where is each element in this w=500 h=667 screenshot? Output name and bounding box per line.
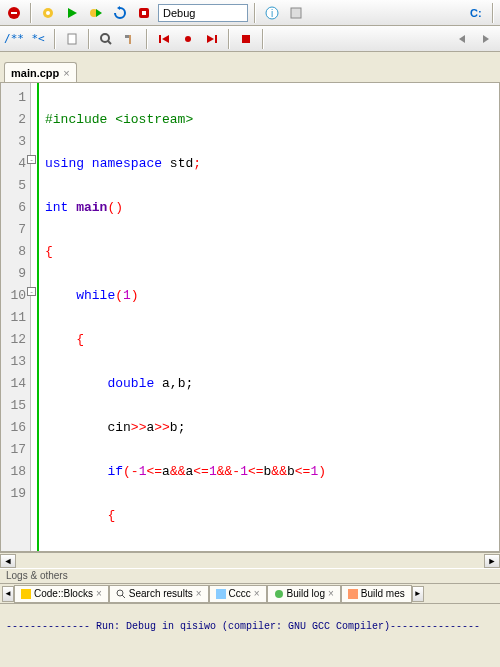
log-tab-buildlog[interactable]: Build log× <box>267 585 341 603</box>
settings-icon[interactable] <box>286 3 306 23</box>
svg-rect-19 <box>159 35 161 43</box>
toolbar-build: Debug i C: <box>0 0 500 26</box>
svg-rect-14 <box>68 34 76 44</box>
build-run-icon[interactable] <box>86 3 106 23</box>
svg-rect-18 <box>129 35 131 44</box>
fold-icon[interactable]: - <box>27 287 36 296</box>
stop-debug-icon[interactable] <box>236 29 256 49</box>
fold-margin: - - <box>31 83 39 551</box>
svg-marker-20 <box>162 35 169 43</box>
line-gutter: 123 456 789 101112 131415 161718 19 <box>1 83 31 551</box>
info-icon[interactable]: i <box>262 3 282 23</box>
log-tab-codeblocks[interactable]: Code::Blocks× <box>14 585 109 603</box>
svg-line-16 <box>108 41 111 44</box>
fold-icon[interactable]: - <box>27 155 36 164</box>
scroll-right-icon[interactable]: ► <box>484 554 500 568</box>
comment-icon[interactable]: /** <box>4 29 24 49</box>
stop-icon[interactable] <box>134 3 154 23</box>
h-scrollbar[interactable]: ◄ ► <box>0 552 500 568</box>
nav-back-icon[interactable] <box>452 29 472 49</box>
log-tab-search[interactable]: Search results× <box>109 585 209 603</box>
logs-tabs: ◄ Code::Blocks× Search results× Cccc× Bu… <box>0 584 500 604</box>
svg-marker-26 <box>483 35 489 43</box>
svg-rect-32 <box>348 589 358 599</box>
svg-rect-12 <box>291 8 301 18</box>
logs-title: Logs & others <box>0 568 500 584</box>
search-icon[interactable] <box>96 29 116 49</box>
svg-point-31 <box>275 590 283 598</box>
svg-rect-30 <box>216 589 226 599</box>
build-target-select[interactable]: Debug <box>158 4 248 22</box>
toolbar-debug: /** *< <box>0 26 500 52</box>
tabs-right-icon[interactable]: ► <box>412 586 424 602</box>
code-editor[interactable]: 123 456 789 101112 131415 161718 19 - - … <box>0 82 500 552</box>
svg-marker-22 <box>207 35 214 43</box>
log-tab-buildmsg[interactable]: Build mes <box>341 585 412 603</box>
doc-icon[interactable] <box>62 29 82 49</box>
svg-point-3 <box>46 11 50 15</box>
svg-marker-25 <box>459 35 465 43</box>
svg-point-15 <box>101 34 109 42</box>
gear-icon[interactable] <box>38 3 58 23</box>
build-log-output: -------------- Run: Debug in qisiwo (com… <box>0 604 500 667</box>
hammer-icon[interactable] <box>120 29 140 49</box>
svg-rect-27 <box>21 589 31 599</box>
nav-fwd-icon[interactable] <box>476 29 496 49</box>
svg-rect-1 <box>11 12 17 14</box>
svg-text:C:: C: <box>470 7 482 19</box>
svg-point-21 <box>185 36 191 42</box>
tabs-left-icon[interactable]: ◄ <box>2 586 14 602</box>
skip-back-icon[interactable] <box>154 29 174 49</box>
svg-rect-24 <box>242 35 250 43</box>
step-icon[interactable] <box>178 29 198 49</box>
svg-text:i: i <box>271 8 273 19</box>
c-icon[interactable]: C: <box>466 3 486 23</box>
svg-marker-7 <box>117 6 120 10</box>
rebuild-icon[interactable] <box>110 3 130 23</box>
scroll-left-icon[interactable]: ◄ <box>0 554 16 568</box>
svg-line-29 <box>122 595 125 598</box>
editor-tab-bar: main.cpp × <box>0 60 500 82</box>
close-icon[interactable]: × <box>63 67 69 79</box>
svg-marker-6 <box>96 9 102 17</box>
skip-fwd-icon[interactable] <box>202 29 222 49</box>
uncomment-icon[interactable]: *< <box>28 29 48 49</box>
tab-main-cpp[interactable]: main.cpp × <box>4 62 77 82</box>
svg-rect-23 <box>215 35 217 43</box>
svg-rect-9 <box>142 11 146 15</box>
tab-label: main.cpp <box>11 67 59 79</box>
svg-marker-4 <box>68 8 77 18</box>
run-icon[interactable] <box>62 3 82 23</box>
abort-icon[interactable] <box>4 3 24 23</box>
code-area[interactable]: #include <iostream> using namespace std;… <box>39 83 499 551</box>
log-tab-cccc[interactable]: Cccc× <box>209 585 267 603</box>
